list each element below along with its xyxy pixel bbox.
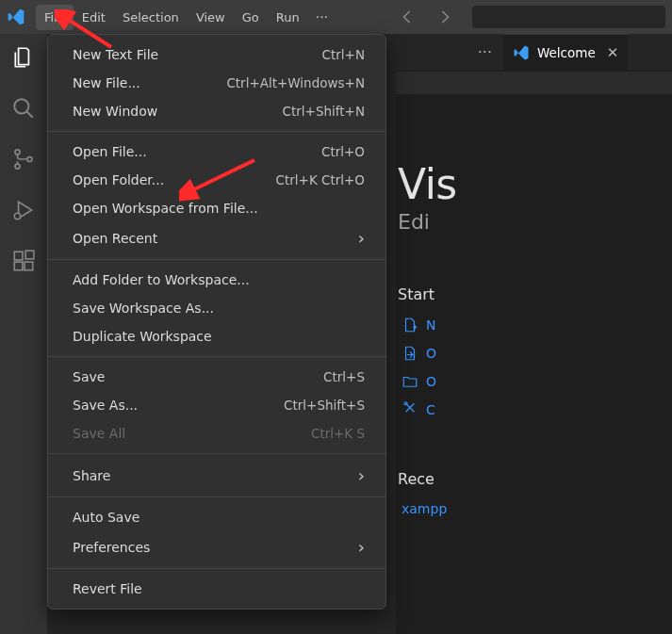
nav-back-icon[interactable] xyxy=(400,8,417,25)
svg-point-4 xyxy=(14,213,21,219)
menu-label: Auto Save xyxy=(73,510,139,525)
menu-label: Open Recent xyxy=(73,231,157,246)
editor-actions-icon[interactable]: ··· xyxy=(478,43,492,61)
menu-separator xyxy=(48,356,385,357)
menu-auto-save[interactable]: Auto Save xyxy=(48,503,385,531)
menu-view[interactable]: View xyxy=(188,5,234,30)
menu-label: Open Folder... xyxy=(73,172,164,187)
svg-point-2 xyxy=(15,164,20,169)
menu-shortcut: Ctrl+K S xyxy=(311,426,365,441)
menu-shortcut: Ctrl+O xyxy=(321,144,365,159)
tab-bar: ··· Welcome ✕ xyxy=(396,34,672,72)
chevron-right-icon xyxy=(358,228,365,248)
svg-rect-6 xyxy=(14,262,23,270)
title-bar: File Edit Selection View Go Run ··· xyxy=(0,0,672,34)
svg-point-0 xyxy=(14,99,28,113)
command-center-input[interactable] xyxy=(471,5,666,29)
menu-label: Save Workspace As... xyxy=(73,301,214,316)
menu-share[interactable]: Share xyxy=(48,460,385,491)
chevron-right-icon xyxy=(358,537,365,557)
start-link-label: O xyxy=(426,374,436,389)
menu-open-folder[interactable]: Open Folder... Ctrl+K Ctrl+O xyxy=(48,166,385,194)
extensions-icon[interactable] xyxy=(11,249,36,273)
svg-rect-5 xyxy=(14,252,23,260)
recent-heading: Rece xyxy=(398,470,672,488)
menu-go[interactable]: Go xyxy=(234,5,268,30)
start-link-open-folder[interactable]: O xyxy=(402,373,672,390)
source-control-icon[interactable] xyxy=(11,147,36,171)
start-link-label: O xyxy=(426,346,436,361)
menu-label: Duplicate Workspace xyxy=(73,329,212,344)
folder-open-icon xyxy=(402,373,418,390)
menu-separator xyxy=(48,259,385,260)
search-icon[interactable] xyxy=(11,96,36,121)
welcome-page: Vis Edi Start N O xyxy=(396,94,672,516)
menu-save-as[interactable]: Save As... Ctrl+Shift+S xyxy=(48,391,385,419)
close-icon[interactable]: ✕ xyxy=(607,44,619,61)
menu-separator xyxy=(48,131,385,132)
menu-duplicate-workspace[interactable]: Duplicate Workspace xyxy=(48,322,385,350)
menu-open-recent[interactable]: Open Recent xyxy=(48,222,385,253)
menu-label: Save All xyxy=(73,426,125,441)
git-clone-icon xyxy=(402,401,418,418)
svg-rect-7 xyxy=(25,262,33,270)
menu-separator xyxy=(48,496,385,497)
menu-separator xyxy=(48,453,385,454)
editor-area: ··· Welcome ✕ Vis Edi Start N xyxy=(396,34,672,634)
menu-preferences[interactable]: Preferences xyxy=(48,531,385,562)
menu-add-folder-workspace[interactable]: Add Folder to Workspace... xyxy=(48,266,385,294)
menu-save[interactable]: Save Ctrl+S xyxy=(48,363,385,391)
chevron-right-icon xyxy=(358,465,365,485)
start-link-clone-repo[interactable]: C xyxy=(402,401,672,418)
vscode-tab-icon xyxy=(513,44,530,61)
activity-bar xyxy=(0,34,47,634)
menu-save-all: Save All Ctrl+K S xyxy=(48,419,385,447)
nav-forward-icon[interactable] xyxy=(435,8,452,25)
menu-label: Add Folder to Workspace... xyxy=(73,272,250,287)
menu-shortcut: Ctrl+N xyxy=(322,47,365,62)
menu-selection[interactable]: Selection xyxy=(114,5,188,30)
menu-label: Save As... xyxy=(73,398,138,413)
open-file-icon xyxy=(402,345,418,362)
menu-revert-file[interactable]: Revert File xyxy=(48,575,385,603)
menu-label: New File... xyxy=(73,75,140,90)
menu-open-file[interactable]: Open File... Ctrl+O xyxy=(48,138,385,166)
file-menu-dropdown: New Text File Ctrl+N New File... Ctrl+Al… xyxy=(47,34,386,610)
menu-overflow-icon[interactable]: ··· xyxy=(308,4,336,30)
menu-label: Preferences xyxy=(73,540,150,555)
start-heading: Start xyxy=(398,285,672,303)
svg-point-3 xyxy=(27,157,32,162)
tab-welcome[interactable]: Welcome ✕ xyxy=(503,34,628,72)
menu-label: Save xyxy=(73,369,105,384)
menu-new-file[interactable]: New File... Ctrl+Alt+Windows+N xyxy=(48,69,385,97)
menu-run[interactable]: Run xyxy=(268,5,308,30)
welcome-title: Vis xyxy=(398,160,672,208)
svg-point-1 xyxy=(15,150,20,154)
menu-edit[interactable]: Edit xyxy=(74,5,114,30)
nav-arrows xyxy=(400,8,452,25)
start-link-label: C xyxy=(426,402,435,417)
breadcrumb-bar xyxy=(396,72,672,94)
vscode-logo-icon xyxy=(6,7,26,27)
start-link-new-file[interactable]: N xyxy=(402,317,672,333)
menu-file[interactable]: File xyxy=(36,5,74,30)
menu-label: Revert File xyxy=(73,581,142,596)
welcome-subtitle: Edi xyxy=(398,210,672,234)
menu-open-workspace[interactable]: Open Workspace from File... xyxy=(48,194,385,222)
menu-new-window[interactable]: New Window Ctrl+Shift+N xyxy=(48,97,385,125)
menu-label: Open Workspace from File... xyxy=(73,201,258,216)
new-file-icon xyxy=(402,317,418,333)
run-debug-icon[interactable] xyxy=(11,198,36,222)
recent-item[interactable]: xampp xyxy=(398,501,672,516)
menu-shortcut: Ctrl+Shift+N xyxy=(283,104,365,119)
menu-shortcut: Ctrl+S xyxy=(323,369,365,384)
explorer-icon[interactable] xyxy=(11,45,36,70)
menu-label: Share xyxy=(73,468,110,483)
start-link-open-file[interactable]: O xyxy=(402,345,672,362)
menu-save-workspace-as[interactable]: Save Workspace As... xyxy=(48,294,385,322)
menu-new-text-file[interactable]: New Text File Ctrl+N xyxy=(48,41,385,69)
menu-separator xyxy=(48,568,385,569)
menu-label: New Window xyxy=(73,104,157,119)
tab-label: Welcome xyxy=(537,45,596,60)
svg-rect-8 xyxy=(25,251,34,259)
